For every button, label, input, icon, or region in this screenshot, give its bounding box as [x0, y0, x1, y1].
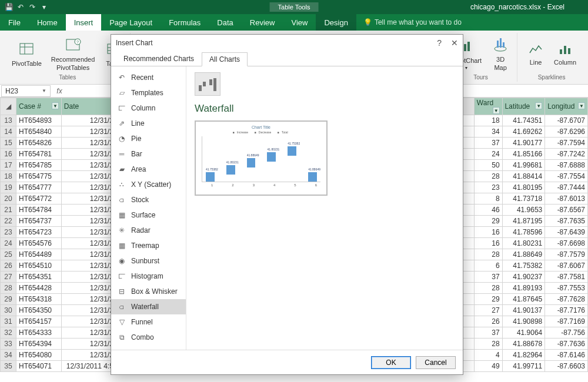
- row-header[interactable]: 34: [1, 350, 16, 361]
- cell-ward[interactable]: 28: [474, 283, 502, 294]
- cell-lon[interactable]: -87.7594: [545, 138, 588, 149]
- filter-icon[interactable]: ▼: [535, 102, 542, 109]
- row-header[interactable]: 16: [1, 149, 16, 160]
- cell-lon[interactable]: -87.6296: [545, 126, 588, 138]
- cell-lon[interactable]: -87.7635: [545, 216, 588, 227]
- cancel-button[interactable]: Cancel: [416, 356, 456, 369]
- cell-ward[interactable]: 34: [474, 126, 502, 138]
- cell-lon[interactable]: -87.7579: [545, 249, 588, 260]
- cell-lat[interactable]: 41.90898: [502, 316, 545, 327]
- cell-case[interactable]: HT654781: [16, 149, 62, 160]
- chart-type-stock[interactable]: ⫏Stock: [111, 192, 186, 207]
- cell-case[interactable]: HT654784: [16, 205, 62, 216]
- tell-me[interactable]: 💡 Tell me what you want to do: [363, 18, 462, 26]
- cell-lat[interactable]: 41.74351: [502, 115, 545, 126]
- cell-case[interactable]: HT654394: [16, 339, 62, 350]
- col-header-lat[interactable]: Latitude▼: [502, 98, 545, 115]
- cell-case[interactable]: HT654351: [16, 272, 62, 283]
- chart-type-combo[interactable]: ⧉Combo: [111, 330, 186, 345]
- save-icon[interactable]: 💾: [5, 3, 13, 11]
- cell-lat[interactable]: 41.88414: [502, 171, 545, 182]
- cell-ward[interactable]: 37: [474, 138, 502, 149]
- chevron-down-icon[interactable]: ▼: [42, 88, 46, 93]
- chart-type-recent[interactable]: ↶Recent: [111, 70, 186, 85]
- chart-type-area[interactable]: ▰Area: [111, 162, 186, 177]
- cell-ward[interactable]: 28: [474, 339, 502, 350]
- cell-case[interactable]: HT654723: [16, 227, 62, 238]
- tab-design[interactable]: Design: [316, 14, 356, 31]
- chart-type-radar[interactable]: ✳Radar: [111, 223, 186, 238]
- sparkline-column-button[interactable]: Column: [550, 40, 580, 67]
- cell-lat[interactable]: 41.90237: [502, 272, 545, 283]
- cell-ward[interactable]: 24: [474, 149, 502, 160]
- chart-type-line[interactable]: ⇗Line: [111, 116, 186, 131]
- row-header[interactable]: 15: [1, 138, 16, 149]
- cell-ward[interactable]: 27: [474, 305, 502, 316]
- cell-case[interactable]: HT654785: [16, 160, 62, 171]
- chart-type-sunburst[interactable]: ◉Sunburst: [111, 253, 186, 269]
- cell-case[interactable]: HT654510: [16, 260, 62, 272]
- cell-lat[interactable]: 41.9064: [502, 327, 545, 339]
- cell-ward[interactable]: 37: [474, 327, 502, 339]
- cell-lon[interactable]: -87.6067: [545, 260, 588, 272]
- cell-ward[interactable]: 8: [474, 193, 502, 205]
- col-header-case[interactable]: Case #▼: [16, 98, 62, 115]
- chart-type-waterfall[interactable]: ⫏Waterfall: [111, 299, 186, 314]
- cell-lon[interactable]: -87.7628: [545, 294, 588, 305]
- filter-icon[interactable]: ▼: [493, 107, 500, 114]
- cell-lon[interactable]: -87.7176: [545, 305, 588, 316]
- cell-lat[interactable]: 41.75382: [502, 260, 545, 272]
- cell-case[interactable]: HT654775: [16, 171, 62, 182]
- row-header[interactable]: 32: [1, 327, 16, 339]
- cell-ward[interactable]: 28: [474, 249, 502, 260]
- cell-lon[interactable]: -87.7581: [545, 272, 588, 283]
- cell-case[interactable]: HT654826: [16, 138, 62, 149]
- chart-preview[interactable]: Chart Title ■ Increase ■ Decrease ■ Tota…: [195, 120, 328, 196]
- cell-lat[interactable]: 41.88678: [502, 339, 545, 350]
- redo-icon[interactable]: ↷: [28, 3, 36, 11]
- cell-ward[interactable]: 29: [474, 294, 502, 305]
- row-header[interactable]: 20: [1, 193, 16, 205]
- tab-recommended-charts[interactable]: Recommended Charts: [116, 52, 202, 66]
- tab-all-charts[interactable]: All Charts: [202, 52, 248, 66]
- cell-lon[interactable]: -87.756: [545, 327, 588, 339]
- tab-view[interactable]: View: [283, 14, 316, 31]
- cell-lat[interactable]: 41.78596: [502, 227, 545, 238]
- cell-lon[interactable]: -87.7553: [545, 283, 588, 294]
- row-header[interactable]: 27: [1, 272, 16, 283]
- cell-ward[interactable]: 46: [474, 205, 502, 216]
- col-header-ward[interactable]: Ward▼: [474, 98, 502, 115]
- cell-lat[interactable]: 41.85166: [502, 149, 545, 160]
- row-header[interactable]: 31: [1, 316, 16, 327]
- recommended-pivottables-button[interactable]: ? Recommended PivotTables: [48, 35, 99, 72]
- cell-case[interactable]: HT654428: [16, 283, 62, 294]
- row-header[interactable]: 18: [1, 171, 16, 182]
- chart-type-funnel[interactable]: ▽Funnel: [111, 314, 186, 330]
- cell-case[interactable]: HT654489: [16, 249, 62, 260]
- chart-type-box-whisker[interactable]: ⊟Box & Whisker: [111, 284, 186, 299]
- row-header[interactable]: 13: [1, 115, 16, 126]
- cell-lon[interactable]: -87.7554: [545, 171, 588, 182]
- 3d-map-button[interactable]: 3D Map: [487, 35, 513, 72]
- chart-type-pie[interactable]: ◔Pie: [111, 131, 186, 146]
- cell-ward[interactable]: 6: [474, 260, 502, 272]
- cell-ward[interactable]: 50: [474, 160, 502, 171]
- cell-case[interactable]: HT654350: [16, 305, 62, 316]
- cell-case[interactable]: HT654772: [16, 193, 62, 205]
- chart-type-x-y-scatter-[interactable]: ∴X Y (Scatter): [111, 177, 186, 192]
- cell-case[interactable]: HT654333: [16, 327, 62, 339]
- cell-lat[interactable]: 41.90177: [502, 138, 545, 149]
- cell-lat[interactable]: 41.87195: [502, 216, 545, 227]
- cell-lat[interactable]: 41.88649: [502, 249, 545, 260]
- row-header[interactable]: 24: [1, 238, 16, 249]
- cell-lon[interactable]: -87.6707: [545, 115, 588, 126]
- cell-ward[interactable]: 29: [474, 216, 502, 227]
- tab-file[interactable]: File: [0, 14, 29, 31]
- row-header[interactable]: 19: [1, 182, 16, 193]
- ok-button[interactable]: OK: [371, 356, 411, 369]
- row-header[interactable]: 25: [1, 249, 16, 260]
- chart-subtype-waterfall[interactable]: [195, 72, 220, 96]
- sparkline-line-button[interactable]: Line: [523, 40, 548, 67]
- cell-case[interactable]: HT654157: [16, 316, 62, 327]
- cell-lon[interactable]: -87.6146: [545, 350, 588, 361]
